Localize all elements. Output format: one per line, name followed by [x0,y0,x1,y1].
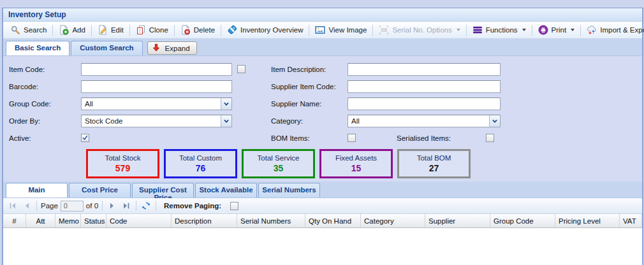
supplier-item-code-input[interactable] [348,80,501,93]
order-by-label: Order By: [3,117,81,125]
inventory-overview-button[interactable]: Inventory Overview [223,24,307,36]
active-label: Active: [3,134,81,142]
group-code-select[interactable]: All [81,97,232,110]
toolbar-button-label: View Image [328,26,367,34]
form-suffix-slot [232,78,271,95]
total-label: Total Stock [88,154,157,162]
delete-button[interactable]: Delete [176,24,219,36]
column-header-label: Supplier [428,217,455,225]
total-value: 579 [88,163,157,173]
toolbar-button-label: Print [552,26,567,34]
search-button[interactable]: Search [6,24,51,36]
prev-page-button[interactable] [21,200,33,211]
column-header-memo[interactable]: Memo [55,214,81,227]
toolbar-button-label: Clone [149,26,168,34]
item-code-option-checkbox[interactable] [237,65,245,73]
form-field-slot [348,61,501,78]
table-header-row: #AttMemoStatusCodeDescriptionSerial Numb… [3,214,642,228]
column-header-qty-on-hand[interactable]: Qty On Hand [305,214,361,227]
form-field-slot: All [81,95,232,112]
tab-main[interactable]: Main [6,183,68,197]
toolbar-separator [309,25,309,36]
dropdown-caret-icon [457,29,460,31]
tab-supplier-cost-price[interactable]: Supplier Cost Price [132,183,194,197]
first-page-button[interactable] [7,200,18,211]
serialised-items-checkbox[interactable] [486,134,494,142]
column-header-vat[interactable]: VAT [620,214,642,227]
form-field-slot: All [348,112,501,129]
form-suffix-slot [232,95,271,112]
search-form: Item Code:Item Description:Barcode:Suppl… [3,56,642,182]
column-header-att[interactable]: Att [26,214,55,227]
add-button[interactable]: Add [54,24,89,36]
column-header-supplier[interactable]: Supplier [425,214,490,227]
column-header-pricing-level[interactable]: Pricing Level [555,214,620,227]
refresh-icon[interactable] [140,200,152,211]
toolbar-separator [372,25,373,36]
toolbar-separator [580,25,581,36]
column-header-serial-numbers[interactable]: Serial Numbers [237,214,305,227]
item-description-input[interactable] [348,63,501,76]
total-value: 27 [399,163,469,173]
supplier-name-label: Supplier Name: [271,100,348,108]
form-field-slot: Stock Code [81,112,232,129]
tab-cost-price[interactable]: Cost Price [69,183,131,197]
toolbar-separator [221,25,221,36]
functions-button[interactable]: Functions [468,24,531,36]
column-header-description[interactable]: Description [172,214,237,227]
group-code-label: Group Code: [3,100,81,108]
form-field-slot [348,95,501,112]
supplier-name-input[interactable] [348,97,501,110]
page-label: Page [41,202,58,210]
clone-button[interactable]: Clone [131,24,173,36]
total-label: Fixed Assets [321,154,391,162]
last-page-button[interactable] [121,200,132,211]
combo-dropdown-trigger[interactable] [221,98,231,110]
edit-button[interactable]: Edit [93,24,128,36]
column-header-code[interactable]: Code [106,214,172,227]
barcode-label: Barcode: [3,83,81,90]
expand-button[interactable]: Expand [147,41,197,55]
toolbar-button-label: Functions [486,26,518,34]
tab-stock-available[interactable]: Stock Available [195,183,257,197]
form-suffix-slot [232,112,271,129]
column-header-label: Serial Numbers [240,217,291,225]
combo-dropdown-trigger[interactable] [489,115,500,127]
item-code-input[interactable] [81,63,232,76]
search-form-rows: Item Code:Item Description:Barcode:Suppl… [3,61,642,147]
view-image-button[interactable]: View Image [311,24,371,36]
category-select[interactable]: All [348,115,501,127]
barcode-input[interactable] [81,80,232,93]
bom-items-checkbox[interactable] [348,134,356,142]
toolbar-separator [174,25,175,36]
next-page-button[interactable] [106,200,118,211]
toolbar-separator [466,25,467,36]
toolbar-button-label: Serial No. Options [392,26,451,34]
column-header-group-code[interactable]: Group Code [490,214,555,227]
column-header-category[interactable]: Category [361,214,425,227]
column-header-status[interactable]: Status [81,214,106,227]
order-by-select[interactable]: Stock Code [81,115,232,127]
clone-document-icon [136,25,146,35]
toolbar-button-label: Search [24,26,47,34]
serial-no-options-button[interactable]: Serial No. Options [374,24,464,36]
tab-basic-search[interactable]: Basic Search [6,41,70,55]
active-checkbox[interactable] [81,134,89,142]
tab-label: Cost Price [82,186,118,194]
page-of-label: of 0 [86,202,98,210]
column-header-num[interactable]: # [3,214,26,227]
total-label: Total BOM [399,154,469,162]
dropdown-caret-icon [522,29,526,31]
toolbar-button-label: Import & Export [600,26,644,34]
tab-serial-numbers[interactable]: Serial Numbers [258,183,320,197]
print-button[interactable]: Print [534,24,580,36]
page-number-input[interactable] [61,201,84,211]
add-document-icon [59,25,69,35]
functions-menu-icon [472,25,483,35]
tab-custom-search[interactable]: Custom Search [71,41,142,55]
remove-paging-checkbox[interactable] [230,202,238,210]
item-description-label: Item Description: [271,66,348,73]
main-toolbar: SearchAddEditCloneDeleteInventory Overvi… [3,22,642,39]
combo-dropdown-trigger[interactable] [221,115,231,127]
import-export-button[interactable]: Import & Export [582,24,644,36]
